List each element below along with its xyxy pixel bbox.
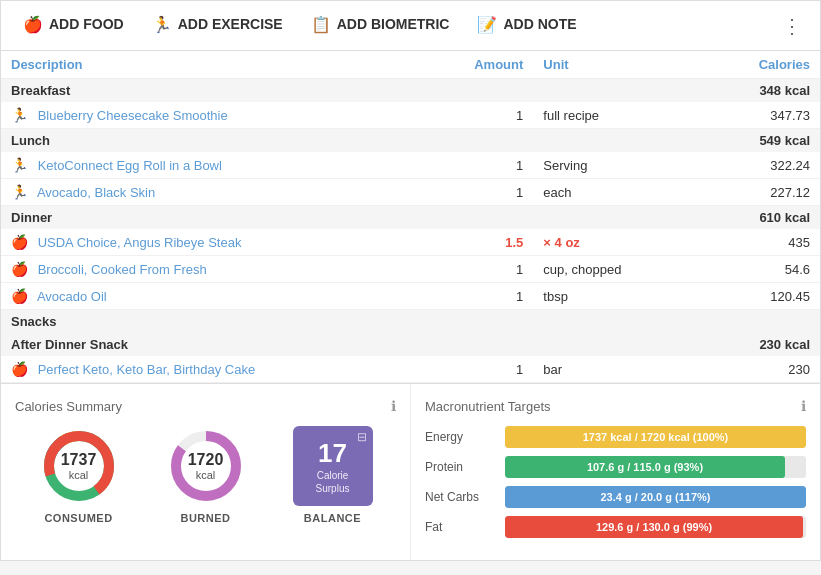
app-container: 🍎 ADD FOOD 🏃 ADD EXERCISE 📋 ADD BIOMETRI…	[0, 0, 821, 561]
macro-bars: Energy 1737 kcal / 1720 kcal (100%) Prot…	[425, 426, 806, 538]
table-row[interactable]: 🍎 Perfect Keto, Keto Bar, Birthday Cake …	[1, 356, 820, 383]
section-name: Dinner	[1, 206, 451, 230]
top-nav: 🍎 ADD FOOD 🏃 ADD EXERCISE 📋 ADD BIOMETRI…	[1, 1, 820, 51]
burned-center: 1720 kcal	[188, 450, 224, 482]
balance-sub: CalorieSurplus	[316, 469, 350, 495]
food-link[interactable]: USDA Choice, Angus Ribeye Steak	[38, 235, 242, 250]
macro-bar-container: 23.4 g / 20.0 g (117%)	[505, 486, 806, 508]
add-note-button[interactable]: 📝 ADD NOTE	[465, 7, 588, 45]
macro-label: Protein	[425, 460, 497, 474]
food-unit: tbsp	[533, 283, 656, 310]
calories-info-icon[interactable]: ℹ	[391, 398, 396, 414]
apple-icon: 🍎	[23, 15, 43, 34]
table-row[interactable]: 🍎 USDA Choice, Angus Ribeye Steak 1.5 × …	[1, 229, 820, 256]
table-row[interactable]: 🏃 Blueberry Cheesecake Smoothie 1 full r…	[1, 102, 820, 129]
macro-bar: 107.6 g / 115.0 g (93%)	[505, 456, 785, 478]
macros-header: Macronutrient Targets ℹ	[425, 398, 806, 414]
snacks-header-row: Snacks	[1, 310, 820, 334]
food-link[interactable]: Blueberry Cheesecake Smoothie	[38, 108, 228, 123]
food-unit: bar	[533, 356, 656, 383]
food-description[interactable]: 🏃 KetoConnect Egg Roll in a Bowl	[1, 152, 451, 179]
food-amount: 1	[451, 356, 533, 383]
macro-bar: 1737 kcal / 1720 kcal (100%)	[505, 426, 806, 448]
calories-summary-header: Calories Summary ℹ	[15, 398, 396, 414]
table-row[interactable]: 🍎 Broccoli, Cooked From Fresh 1 cup, cho…	[1, 256, 820, 283]
macro-bar-text: 129.6 g / 130.0 g (99%)	[596, 521, 712, 533]
table-row[interactable]: 🏃 KetoConnect Egg Roll in a Bowl 1 Servi…	[1, 152, 820, 179]
food-unit: cup, chopped	[533, 256, 656, 283]
food-icon: 🍎	[11, 288, 28, 304]
food-description[interactable]: 🍎 Broccoli, Cooked From Fresh	[1, 256, 451, 283]
macro-row: Net Carbs 23.4 g / 20.0 g (117%)	[425, 486, 806, 508]
add-food-label: ADD FOOD	[49, 16, 124, 32]
exercise-icon: 🏃	[152, 15, 172, 34]
food-description[interactable]: 🏃 Avocado, Black Skin	[1, 179, 451, 206]
food-icon: 🏃	[11, 184, 28, 200]
food-amount: 1	[451, 283, 533, 310]
section-row: After Dinner Snack 230 kcal	[1, 333, 820, 356]
food-calories: 120.45	[656, 283, 820, 310]
col-header-amount: Amount	[451, 51, 533, 79]
food-icon: 🏃	[11, 107, 28, 123]
food-icon: 🍎	[11, 234, 28, 250]
food-link[interactable]: Avocado, Black Skin	[37, 185, 155, 200]
add-biometric-button[interactable]: 📋 ADD BIOMETRIC	[299, 7, 462, 45]
table-row[interactable]: 🍎 Avocado Oil 1 tbsp 120.45	[1, 283, 820, 310]
macros-info-icon[interactable]: ℹ	[801, 398, 806, 414]
add-exercise-button[interactable]: 🏃 ADD EXERCISE	[140, 7, 295, 45]
more-button[interactable]: ⋮	[774, 6, 810, 46]
macro-row: Fat 129.6 g / 130.0 g (99%)	[425, 516, 806, 538]
balance-icon: ⊟	[357, 430, 367, 444]
macro-bar-container: 129.6 g / 130.0 g (99%)	[505, 516, 806, 538]
food-description[interactable]: 🏃 Blueberry Cheesecake Smoothie	[1, 102, 451, 129]
table-row[interactable]: 🏃 Avocado, Black Skin 1 each 227.12	[1, 179, 820, 206]
section-row: Breakfast 348 kcal	[1, 79, 820, 103]
section-kcal: 230 kcal	[451, 333, 820, 356]
burned-unit: kcal	[188, 469, 224, 482]
consumed-donut: 1737 kcal	[39, 426, 119, 506]
balance-value: 17	[318, 438, 347, 469]
food-link[interactable]: Avocado Oil	[37, 289, 107, 304]
section-kcal: 348 kcal	[451, 79, 820, 103]
macros-title: Macronutrient Targets	[425, 399, 551, 414]
food-link[interactable]: Broccoli, Cooked From Fresh	[38, 262, 207, 277]
section-name: After Dinner Snack	[1, 333, 451, 356]
food-unit: full recipe	[533, 102, 656, 129]
macro-label: Fat	[425, 520, 497, 534]
macro-bar-text: 1737 kcal / 1720 kcal (100%)	[583, 431, 729, 443]
macro-bar-container: 107.6 g / 115.0 g (93%)	[505, 456, 806, 478]
food-unit: each	[533, 179, 656, 206]
food-calories: 322.24	[656, 152, 820, 179]
consumed-center: 1737 kcal	[61, 450, 97, 482]
food-link[interactable]: Perfect Keto, Keto Bar, Birthday Cake	[38, 362, 256, 377]
table-header: Description Amount Unit Calories	[1, 51, 820, 79]
balance-chart: ⊟ 17 CalorieSurplus BALANCE	[293, 426, 373, 524]
food-amount: 1	[451, 256, 533, 283]
macro-row: Energy 1737 kcal / 1720 kcal (100%)	[425, 426, 806, 448]
add-food-button[interactable]: 🍎 ADD FOOD	[11, 7, 136, 45]
macro-label: Energy	[425, 430, 497, 444]
calories-summary-panel: Calories Summary ℹ	[1, 384, 411, 560]
food-description[interactable]: 🍎 Perfect Keto, Keto Bar, Birthday Cake	[1, 356, 451, 383]
food-icon: 🏃	[11, 157, 28, 173]
food-unit: × 4 oz	[533, 229, 656, 256]
col-header-unit: Unit	[533, 51, 656, 79]
burned-donut: 1720 kcal	[166, 426, 246, 506]
section-row: Lunch 549 kcal	[1, 129, 820, 153]
food-icon: 🍎	[11, 261, 28, 277]
food-calories: 54.6	[656, 256, 820, 283]
macro-bar-text: 23.4 g / 20.0 g (117%)	[600, 491, 710, 503]
calories-charts: 1737 kcal CONSUMED 1720	[15, 426, 396, 524]
food-calories: 347.73	[656, 102, 820, 129]
section-kcal: 549 kcal	[451, 129, 820, 153]
burned-value: 1720	[188, 450, 224, 469]
section-row: Dinner 610 kcal	[1, 206, 820, 230]
calories-summary-title: Calories Summary	[15, 399, 122, 414]
col-header-calories: Calories	[656, 51, 820, 79]
bottom-panels: Calories Summary ℹ	[1, 383, 820, 560]
food-link[interactable]: KetoConnect Egg Roll in a Bowl	[38, 158, 222, 173]
food-description[interactable]: 🍎 USDA Choice, Angus Ribeye Steak	[1, 229, 451, 256]
food-description[interactable]: 🍎 Avocado Oil	[1, 283, 451, 310]
biometric-icon: 📋	[311, 15, 331, 34]
food-icon: 🍎	[11, 361, 28, 377]
